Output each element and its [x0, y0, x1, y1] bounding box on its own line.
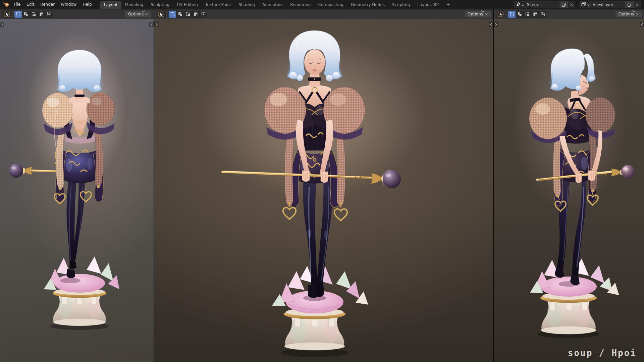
blender-logo-icon[interactable] — [2, 0, 11, 9]
scene-name: Scene — [525, 2, 559, 7]
scene-selector[interactable]: Scene — [513, 1, 576, 8]
menu-edit[interactable]: Edit — [23, 0, 37, 9]
topbar: File Edit Render Window Help Layout Mode… — [0, 0, 644, 9]
tab-layout-001[interactable]: Layout.001 — [414, 1, 444, 9]
tab-animation[interactable]: Animation — [259, 1, 286, 9]
duplicate-view-layer-button[interactable] — [625, 1, 634, 8]
menu-help[interactable]: Help — [79, 0, 95, 9]
scene-icon — [516, 1, 520, 8]
pedestal-back — [44, 256, 119, 330]
select-mode-extend-button[interactable] — [516, 11, 524, 18]
select-mode-intersect-button[interactable] — [200, 11, 207, 18]
select-mode-extend-button[interactable] — [22, 11, 30, 18]
character-back-view — [0, 19, 154, 362]
tab-sculpting[interactable]: Sculpting — [147, 1, 173, 9]
select-mode-subtract-button[interactable] — [524, 11, 531, 18]
select-mode-group — [14, 11, 53, 18]
select-mode-intersect-button[interactable] — [539, 11, 546, 18]
chevron-down-icon — [521, 1, 524, 8]
select-mode-set-button[interactable] — [169, 11, 176, 18]
character-three-quarter-view — [494, 19, 644, 362]
options-dropdown[interactable]: Options — [615, 11, 642, 17]
view-layer-icon — [581, 1, 586, 8]
tool-header: Options — [0, 9, 154, 19]
menu-window[interactable]: Window — [58, 0, 79, 9]
header-collapse-chevron-icon[interactable] — [632, 8, 636, 14]
tab-geometry-nodes[interactable]: Geometry Nodes — [347, 1, 388, 9]
options-dropdown[interactable]: Options — [465, 11, 491, 17]
duplicate-scene-button[interactable] — [559, 1, 568, 8]
tab-uv-editing[interactable]: UV Editing — [173, 1, 202, 9]
tab-compositing[interactable]: Compositing — [314, 1, 347, 9]
active-tool-button[interactable] — [496, 10, 505, 18]
tool-header: Options — [154, 9, 493, 19]
tool-header: Options — [494, 9, 644, 19]
select-mode-set-button[interactable] — [14, 11, 22, 18]
select-mode-invert-button[interactable] — [38, 11, 45, 18]
viewport-side-view: Options — [494, 9, 644, 362]
blender-window: File Edit Render Window Help Layout Mode… — [0, 0, 644, 362]
remove-view-layer-button[interactable] — [634, 1, 641, 8]
active-tool-button[interactable] — [157, 10, 166, 18]
tab-shading[interactable]: Shading — [235, 1, 259, 9]
chevron-down-icon — [587, 1, 590, 8]
chevron-down-icon — [145, 13, 148, 15]
select-mode-invert-button[interactable] — [192, 11, 200, 18]
select-mode-subtract-button[interactable] — [30, 11, 38, 18]
menu-render[interactable]: Render — [37, 0, 58, 9]
menu-bar: File Edit Render Window Help — [11, 0, 95, 9]
menu-file[interactable]: File — [11, 0, 23, 9]
viewport-front-view: Options — [154, 9, 493, 362]
tab-rendering[interactable]: Rendering — [286, 1, 314, 9]
view-layer-selector[interactable]: ViewLayer — [579, 1, 641, 8]
select-mode-group — [508, 11, 546, 18]
add-workspace-button[interactable]: + — [444, 0, 453, 9]
header-collapse-chevron-icon[interactable] — [481, 8, 485, 14]
3d-viewport-back[interactable] — [0, 19, 154, 362]
workspace: Options — [0, 9, 644, 362]
select-mode-subtract-button[interactable] — [184, 11, 192, 18]
tab-texture-paint[interactable]: Texture Paint — [202, 1, 235, 9]
tab-scripting[interactable]: Scripting — [388, 1, 414, 9]
workspace-tabs: Layout Modeling Sculpting UV Editing Tex… — [100, 0, 453, 9]
select-mode-invert-button[interactable] — [531, 11, 539, 18]
view-layer-name: ViewLayer — [591, 2, 625, 7]
head — [287, 31, 342, 87]
select-mode-group — [169, 11, 207, 18]
select-mode-set-button[interactable] — [508, 11, 516, 18]
character-front-view — [154, 19, 493, 362]
3d-viewport-side[interactable]: soup / Hpoi — [494, 19, 644, 362]
chevron-down-icon — [485, 13, 488, 15]
select-mode-intersect-button[interactable] — [45, 11, 53, 18]
active-tool-button[interactable] — [2, 10, 11, 18]
viewport-back-view: Options — [0, 9, 154, 362]
3d-viewport-front[interactable] — [154, 19, 493, 362]
watermark: soup / Hpoi — [568, 348, 637, 358]
chevron-down-icon — [636, 13, 639, 15]
head — [549, 49, 596, 102]
tab-layout[interactable]: Layout — [100, 1, 121, 9]
select-mode-extend-button[interactable] — [176, 11, 184, 18]
header-collapse-chevron-icon[interactable] — [141, 8, 146, 14]
unlink-scene-button[interactable] — [568, 1, 575, 8]
options-dropdown[interactable]: Options — [125, 11, 151, 17]
